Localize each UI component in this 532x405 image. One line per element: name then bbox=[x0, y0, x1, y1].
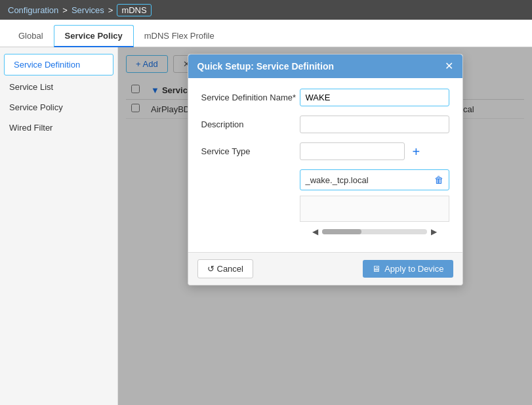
scroll-right-arrow[interactable]: ▶ bbox=[431, 227, 437, 236]
apply-label: Apply to Device bbox=[384, 264, 443, 274]
service-list-area: _wake._tcp.local 🗑 bbox=[300, 169, 449, 190]
form-row-name: Service Definition Name* bbox=[201, 89, 449, 106]
cancel-label: Cancel bbox=[217, 264, 243, 274]
breadcrumb-bar: Configuration > Services > mDNS bbox=[0, 0, 532, 20]
service-type-input[interactable] bbox=[300, 142, 405, 160]
description-input[interactable] bbox=[300, 116, 449, 133]
modal-body: Service Definition Name* Description Ser… bbox=[188, 78, 462, 252]
sidebar-item-service-definition[interactable]: Service Definition bbox=[4, 54, 113, 75]
apply-icon: 🖥 bbox=[372, 264, 380, 274]
modal-overlay: Quick Setup: Service Definition ✕ Servic… bbox=[118, 47, 532, 405]
scroll-left-arrow[interactable]: ◀ bbox=[312, 227, 318, 236]
cancel-button[interactable]: ↺ Cancel bbox=[197, 259, 253, 278]
scrollbar-row: ◀ ▶ bbox=[300, 227, 449, 236]
service-list-value: _wake._tcp.local bbox=[306, 175, 369, 185]
service-type-label: Service Type bbox=[201, 146, 300, 156]
modal-footer: ↺ Cancel 🖥 Apply to Device bbox=[188, 252, 462, 285]
description-label: Description bbox=[201, 119, 300, 129]
breadcrumb-services[interactable]: Services bbox=[72, 5, 104, 15]
breadcrumb-configuration[interactable]: Configuration bbox=[8, 5, 58, 15]
scroll-area bbox=[300, 196, 449, 222]
tab-service-policy[interactable]: Service Policy bbox=[54, 25, 134, 47]
service-list-item: _wake._tcp.local 🗑 bbox=[300, 169, 449, 190]
service-type-add-button[interactable]: + bbox=[410, 145, 423, 158]
tab-bar: Global Service Policy mDNS Flex Profile bbox=[0, 20, 532, 47]
right-content: + Add ✕ Delete ▼Service Definition ▼Desc… bbox=[118, 47, 532, 405]
service-type-row: + bbox=[300, 142, 423, 160]
modal: Quick Setup: Service Definition ✕ Servic… bbox=[188, 54, 463, 286]
modal-title: Quick Setup: Service Definition bbox=[197, 61, 335, 72]
tab-mdns-flex[interactable]: mDNS Flex Profile bbox=[134, 26, 225, 47]
form-row-service-type: Service Type + bbox=[201, 142, 449, 160]
modal-header: Quick Setup: Service Definition ✕ bbox=[188, 54, 462, 78]
sidebar-item-wired-filter[interactable]: Wired Filter bbox=[0, 117, 117, 138]
sidebar-item-service-policy[interactable]: Service Policy bbox=[0, 97, 117, 117]
main-content: Service Definition Service List Service … bbox=[0, 47, 532, 405]
breadcrumb-sep2: > bbox=[108, 5, 113, 15]
breadcrumb-current: mDNS bbox=[117, 4, 151, 16]
breadcrumb-sep1: > bbox=[62, 5, 68, 15]
scroll-thumb[interactable] bbox=[322, 229, 361, 234]
sidebar-item-service-list[interactable]: Service List bbox=[0, 77, 117, 97]
modal-close-button[interactable]: ✕ bbox=[445, 61, 453, 72]
name-input[interactable] bbox=[300, 89, 449, 106]
form-row-description: Description bbox=[201, 116, 449, 133]
undo-icon: ↺ bbox=[207, 264, 215, 274]
sidebar: Service Definition Service List Service … bbox=[0, 47, 118, 405]
apply-to-device-button[interactable]: 🖥 Apply to Device bbox=[363, 260, 453, 278]
name-label: Service Definition Name* bbox=[201, 93, 300, 102]
service-list-delete-button[interactable]: 🗑 bbox=[434, 175, 443, 185]
tab-global[interactable]: Global bbox=[8, 26, 54, 47]
scroll-track bbox=[322, 229, 427, 234]
